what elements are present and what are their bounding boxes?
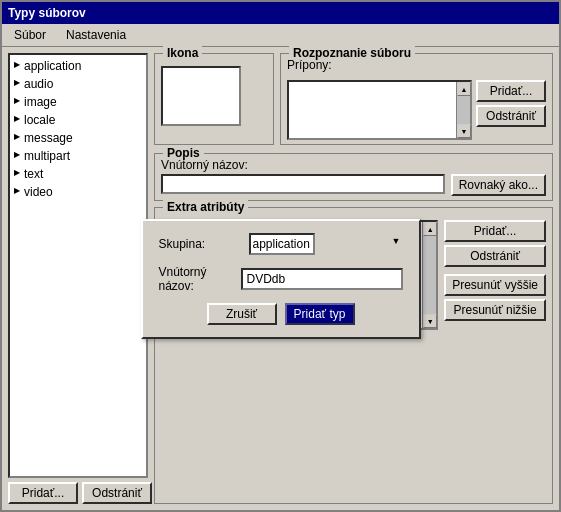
menu-bar: Súbor Nastavenia	[2, 24, 559, 47]
modal-vnutorny-label: Vnútorný názov:	[159, 265, 241, 293]
modal-skupina-row: Skupina: application audio image locale …	[159, 233, 403, 255]
modal-skupina-select-wrapper: application audio image locale message m…	[249, 233, 403, 255]
modal-vnutorny-row: Vnútorný názov:	[159, 265, 403, 293]
modal-cancel-button[interactable]: Zrušiť	[207, 303, 277, 325]
modal-vnutorny-input[interactable]	[241, 268, 403, 290]
modal-overlay: Skupina: application audio image locale …	[2, 47, 559, 510]
menu-subor[interactable]: Súbor	[6, 26, 54, 44]
modal-buttons: Zrušiť Pridať typ	[159, 303, 403, 325]
main-window: Typy súborov Súbor Nastavenia applicatio…	[0, 0, 561, 512]
title-text: Typy súborov	[8, 6, 86, 20]
add-type-dialog: Skupina: application audio image locale …	[141, 219, 421, 339]
title-bar: Typy súborov	[2, 2, 559, 24]
modal-add-button[interactable]: Pridať typ	[285, 303, 355, 325]
main-content: application audio image locale message m…	[2, 47, 559, 510]
modal-skupina-label: Skupina:	[159, 237, 249, 251]
modal-skupina-select[interactable]: application audio image locale message m…	[249, 233, 315, 255]
menu-nastavenia[interactable]: Nastavenia	[58, 26, 134, 44]
